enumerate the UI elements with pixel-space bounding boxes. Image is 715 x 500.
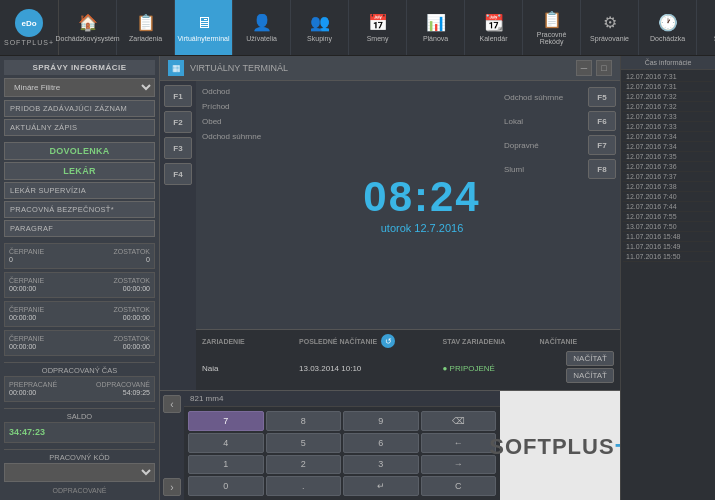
fkey-f7[interactable]: F7 xyxy=(588,135,616,155)
fkey-f3[interactable]: F3 xyxy=(164,137,192,159)
nav-next-button[interactable]: › xyxy=(163,478,181,496)
nacitat-button-1[interactable]: NAČÍTAŤ xyxy=(566,351,614,366)
numpad-0[interactable]: 0 xyxy=(188,476,264,496)
numpad-left[interactable]: ← xyxy=(421,433,497,453)
time-item-4: 12.07.2016 7:32 xyxy=(623,102,713,112)
posledne-col: POSLEDNÉ NAČÍTANIE ↺ xyxy=(299,334,439,348)
fkeys-left-column: F1 F2 F3 F4 xyxy=(160,81,196,390)
numpad-enter[interactable]: ↵ xyxy=(343,476,419,496)
nav-item-uzivatel[interactable]: 👤 Užívatelia xyxy=(233,0,291,55)
refresh-button[interactable]: ↺ xyxy=(381,334,395,348)
time-item-17: 11.07.2016 15:48 xyxy=(623,232,713,242)
time-item-14: 12.07.2016 7:44 xyxy=(623,202,713,212)
label-obed: Obed xyxy=(202,117,338,126)
numpad-main: 821 mm4 7 8 9 ⌫ 4 5 6 ← 1 2 3 → 0 . xyxy=(184,391,500,500)
left-panel-header: SPRÁVY INFORMÁCIE xyxy=(4,60,155,75)
fkey-f4[interactable]: F4 xyxy=(164,163,192,185)
stav-col: STAV ZARIADENIA xyxy=(443,338,536,345)
user-icon: 👤 xyxy=(251,14,273,32)
work-code-select[interactable] xyxy=(4,463,155,482)
vt-maximize-button[interactable]: □ xyxy=(596,60,612,76)
clock-display: 08:24 utorok 12.7.2016 xyxy=(344,81,500,329)
numpad-grid: 7 8 9 ⌫ 4 5 6 ← 1 2 3 → 0 . ↵ C xyxy=(184,407,500,500)
nav-item-smeny[interactable]: 📅 Smeny xyxy=(349,0,407,55)
salary-value-block: 34:47:23 xyxy=(4,422,155,443)
current-record-button[interactable]: AKTUÁLNY ZÁPIS xyxy=(4,119,155,136)
nav-item-spravovanie[interactable]: ⚙ Správovanie xyxy=(581,0,639,55)
clock-time: 08:24 xyxy=(363,176,480,218)
numpad-8[interactable]: 8 xyxy=(266,411,342,431)
numpad-2[interactable]: 2 xyxy=(266,455,342,475)
vt-body: F1 F2 F3 F4 Odchod Príchod Obed Odchod s… xyxy=(160,81,620,390)
numpad-right[interactable]: → xyxy=(421,455,497,475)
numpad-clear[interactable]: C xyxy=(421,476,497,496)
calendar-icon: 📆 xyxy=(483,14,505,32)
time-item-10: 12.07.2016 7:36 xyxy=(623,162,713,172)
nav-item-dochadzka2[interactable]: 🕐 Dochádzka xyxy=(639,0,697,55)
right-panel: Čas informácie 12.07.2016 7:31 12.07.201… xyxy=(620,56,715,500)
fkey-f6[interactable]: F6 xyxy=(588,111,616,131)
nav-item-dochadzka[interactable]: 🏠 Dochádzkovýsystém xyxy=(59,0,117,55)
info-block-1: ČERPANIE ZOSTATOK 0 0 xyxy=(4,243,155,269)
label-odchod-s: Odchod súhrnne xyxy=(202,132,338,141)
nav-item-sestri[interactable]: 👩 Sestri... xyxy=(697,0,715,55)
nav-item-pracovne[interactable]: 📋 Pracovné Rekódy xyxy=(523,0,581,55)
filter-select[interactable]: Mináre Filitre xyxy=(4,78,155,97)
numpad-6[interactable]: 6 xyxy=(343,433,419,453)
info-block-5: PREPRACANÉ ODPRACOVANÉ 00:00:00 54:09:25 xyxy=(4,376,155,402)
vt-minimize-button[interactable]: ─ xyxy=(576,60,592,76)
nav-item-zariadenia[interactable]: 📋 Zariadenia xyxy=(117,0,175,55)
nav-item-terminal[interactable]: 🖥 Virtuálnyterminal xyxy=(175,0,233,55)
nacitat-button-2[interactable]: NAČÍTAŤ xyxy=(566,368,614,383)
numpad-header: 821 mm4 xyxy=(184,391,500,407)
add-record-button[interactable]: PRIDOB ZADÁVAJÚCI ZÁZNAM xyxy=(4,100,155,117)
fkey-f2[interactable]: F2 xyxy=(164,111,192,133)
side-labels-left: Odchod Príchod Obed Odchod súhrnne xyxy=(196,81,344,329)
dovolenka-button[interactable]: DOVOLENKA xyxy=(4,142,155,160)
vt-header: ▦ VIRTUÁLNY TERMINÁL ─ □ xyxy=(160,56,620,81)
lekar-superv-button[interactable]: LEKÁR SUPERVÍZIA xyxy=(4,182,155,199)
info-block-3: ČERPANIE ZOSTATOK 00:00:00 00:00:00 xyxy=(4,301,155,327)
posledne-val: 13.03.2014 10:10 xyxy=(299,362,439,373)
time-item-13: 12.07.2016 7:40 xyxy=(623,192,713,202)
nav-item-planova[interactable]: 📊 Plánova xyxy=(407,0,465,55)
paragraph-button[interactable]: PARAGRAF xyxy=(4,220,155,237)
numpad-backspace[interactable]: ⌫ xyxy=(421,411,497,431)
numpad-9[interactable]: 9 xyxy=(343,411,419,431)
numpad-1[interactable]: 1 xyxy=(188,455,264,475)
nav-item-skupiny[interactable]: 👥 Skupiny xyxy=(291,0,349,55)
numpad-3[interactable]: 3 xyxy=(343,455,419,475)
time-item-11: 12.07.2016 7:37 xyxy=(623,172,713,182)
time-item-9: 12.07.2016 7:35 xyxy=(623,152,713,162)
numpad-area: ‹ › 821 mm4 7 8 9 ⌫ 4 5 6 ← 1 2 xyxy=(160,390,620,500)
info-block-4: ČERPANIE ZOSTATOK 00:00:00 00:00:00 xyxy=(4,330,155,356)
settings-icon: ⚙ xyxy=(599,14,621,32)
softplus-branding: SOFTPLUS+ xyxy=(500,391,620,500)
time-item-3: 12.07.2016 7:32 xyxy=(623,92,713,102)
numpad-4[interactable]: 4 xyxy=(188,433,264,453)
time-item-2: 12.07.2016 7:31 xyxy=(623,82,713,92)
lekar-button[interactable]: LEKÁR xyxy=(4,162,155,180)
numpad-7[interactable]: 7 xyxy=(188,411,264,431)
vt-bottom-status: ZARIADENIE POSLEDNÉ NAČÍTANIE ↺ STAV ZAR… xyxy=(196,329,620,390)
fkey-f5[interactable]: F5 xyxy=(588,87,616,107)
clock-section: Odchod Príchod Obed Odchod súhrnne 08:24… xyxy=(196,81,620,390)
time-item-6: 12.07.2016 7:33 xyxy=(623,122,713,132)
right-panel-header: Čas informácie xyxy=(621,56,715,70)
time-item-18: 11.07.2016 15:49 xyxy=(623,242,713,252)
bottom-row-headers: ZARIADENIE POSLEDNÉ NAČÍTANIE ↺ STAV ZAR… xyxy=(202,334,614,348)
logo-text: SOFTPLUS+ xyxy=(4,39,54,46)
safety-button[interactable]: PRACOVNÁ BEZPEČNOSŤ* xyxy=(4,201,155,218)
fkey-f1[interactable]: F1 xyxy=(164,85,192,107)
work-code-label: PRACOVNÝ KÓD xyxy=(4,449,155,462)
nav-item-kalendar[interactable]: 📆 Kalendár xyxy=(465,0,523,55)
numpad-dot[interactable]: . xyxy=(266,476,342,496)
numpad-5[interactable]: 5 xyxy=(266,433,342,453)
nacitat-col: NAČÍTANIE xyxy=(540,338,614,345)
clock-with-labels: Odchod Príchod Obed Odchod súhrnne 08:24… xyxy=(196,81,620,329)
group-icon: 👥 xyxy=(309,14,331,32)
nav-prev-button[interactable]: ‹ xyxy=(163,395,181,413)
clock-icon: 🕐 xyxy=(657,14,679,32)
vt-title: VIRTUÁLNY TERMINÁL xyxy=(190,63,288,73)
fkey-f8[interactable]: F8 xyxy=(588,159,616,179)
